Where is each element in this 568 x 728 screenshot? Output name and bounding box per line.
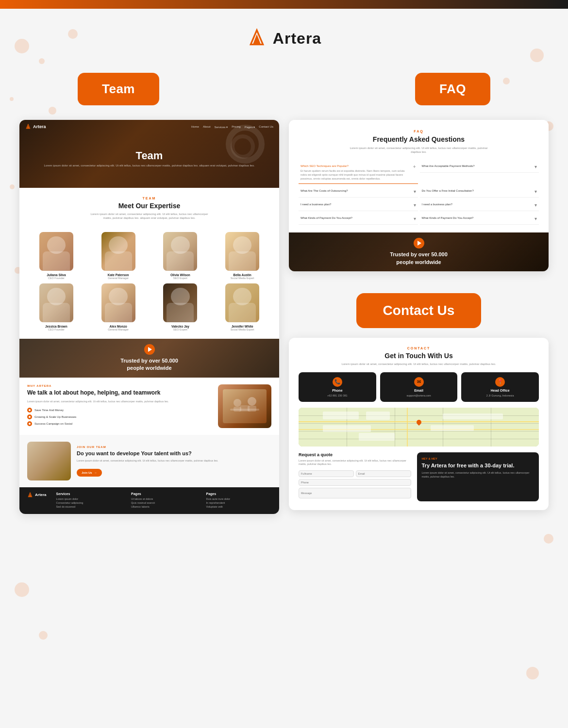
header: Artera xyxy=(0,9,568,63)
faq-toggle-5[interactable]: ▾ xyxy=(414,202,416,208)
nav-home[interactable]: Home xyxy=(191,125,199,129)
why-illustration xyxy=(223,389,267,423)
svg-point-9 xyxy=(248,397,256,406)
faq-toggle-4[interactable]: ▾ xyxy=(535,189,537,194)
faq-toggle-2[interactable]: ▾ xyxy=(535,164,537,169)
office-value: 2 JI Gunung, Indonesia xyxy=(486,394,514,397)
team-name-4: Bella Austin xyxy=(233,273,251,277)
avatar-2 xyxy=(101,232,135,271)
faq-item: What Are The Costs of Outsourcing? ▾ xyxy=(299,186,418,198)
team-role-4: Social Media Expert xyxy=(231,277,254,280)
faq-trusted-section: Trusted by over 50.000people worldwide xyxy=(289,232,549,271)
quote-right-label: HEY & HEY xyxy=(422,457,535,460)
faq-question: What Kinds of Payment Do You Accept? xyxy=(422,216,533,220)
footer-item: In reprehenderit xyxy=(206,501,271,504)
nav-services[interactable]: Services ▾ xyxy=(215,125,228,129)
why-dot xyxy=(27,408,32,413)
team-role-7: SEO Expert xyxy=(173,328,187,331)
trusted-text: Trusted by over 50.000people worldwide xyxy=(120,357,178,372)
quote-desc: Lorem ipsum dolor sit amet, consectetur … xyxy=(299,459,411,466)
why-list: Save Time And Money Growing & Scale Up B… xyxy=(27,408,212,426)
faq-toggle-6[interactable]: ▾ xyxy=(535,202,537,208)
quote-title: Request a quote xyxy=(299,452,411,457)
team-name-1: Juliana Silva xyxy=(47,273,66,277)
faq-question: Do You Offer a Free Initial Consultation… xyxy=(422,189,533,193)
why-item: Growing & Scale Up Businesses xyxy=(27,414,212,419)
play-button-right[interactable] xyxy=(414,238,424,248)
join-title: Do you want to develope Your talent with… xyxy=(77,450,271,457)
why-title: We talk a lot about hope, helping, and t… xyxy=(27,389,212,397)
why-item-text: Success Campaign on Social xyxy=(34,422,72,425)
footer-col-title: Pages xyxy=(131,492,196,496)
why-label: WHY ARTERA xyxy=(27,384,212,387)
team-hero-subtitle: Lorem ipsum dolor sit amet, consectetur … xyxy=(44,164,255,167)
why-item-text: Growing & Scale Up Businesses xyxy=(34,415,76,418)
faq-item: What Are Acceptable Payment Methods? ▾ xyxy=(420,161,539,184)
footer-item: Voluptate velit xyxy=(206,505,271,508)
faq-toggle-7[interactable]: ▾ xyxy=(414,216,416,221)
avatar-6 xyxy=(101,283,135,322)
footer-item: Consectetur adipiscing xyxy=(56,501,121,504)
two-column-layout: Artera Home About Services ▾ Pricing Pag… xyxy=(0,120,568,514)
faq-toggle-3[interactable]: ▾ xyxy=(414,189,416,194)
join-img-placeholder xyxy=(27,442,71,480)
meet-desc: Lorem ipsum dolor sit amet, consectetur … xyxy=(86,212,213,220)
team-role-3: SEO Expert xyxy=(173,277,187,280)
footer-col-pages: Pages Ut labore et dolore Quis nostrud e… xyxy=(131,492,196,509)
svg-rect-12 xyxy=(239,411,251,412)
join-button[interactable]: Join Us → xyxy=(77,469,102,477)
join-section: JOIN OUR TEAM Do you want to develope Yo… xyxy=(19,435,279,487)
team-role-8: Social Media Expert xyxy=(231,328,254,331)
faq-question: What Kinds of Payment Do You Accept? xyxy=(301,216,412,220)
team-footer: Artera Services Lorem ipsum dolor Consec… xyxy=(19,487,279,514)
faq-question: I need a business plan? xyxy=(422,202,533,206)
email-icon: ✉ xyxy=(414,377,424,387)
contact-title: Get in Touch With Us xyxy=(299,352,539,360)
why-desc: Lorem ipsum dolor sit amet, consectetur … xyxy=(27,399,212,403)
avatar-4 xyxy=(225,232,259,271)
footer-col-pages2: Pages Duis aute irure dolor In reprehend… xyxy=(206,492,271,509)
why-section: WHY ARTERA We talk a lot about hope, hel… xyxy=(19,378,279,435)
logo: Artera xyxy=(247,28,321,49)
faq-question: What Are The Costs of Outsourcing? xyxy=(301,189,412,193)
faq-toggle-8[interactable]: ▾ xyxy=(535,216,537,221)
why-item-text: Save Time And Money xyxy=(34,409,64,412)
team-name-2: Kate Paterson xyxy=(108,273,129,277)
faq-question: What Are Acceptable Payment Methods? xyxy=(422,164,533,168)
office-label: Head Office xyxy=(491,389,510,392)
team-hero: Artera Home About Services ▾ Pricing Pag… xyxy=(19,120,279,188)
faq-answer: Et harum quidem rerum facilis est et exp… xyxy=(301,169,411,181)
nav-about[interactable]: About xyxy=(203,125,211,129)
footer-item: Ullamco laboris xyxy=(131,505,196,508)
team-name-6: Alex Monzo xyxy=(110,325,127,328)
footer-item: Sed do eiusmod xyxy=(56,505,121,508)
avatar-5 xyxy=(39,283,73,322)
team-role-1: CEO Founder xyxy=(48,277,65,280)
team-pill-button[interactable]: Team xyxy=(78,73,159,105)
faq-question: Which SEO Techniques are Popular? xyxy=(301,164,411,168)
faq-pill-button[interactable]: FAQ xyxy=(415,73,490,105)
why-dot xyxy=(27,421,32,426)
play-button[interactable] xyxy=(144,344,155,355)
fullname-input[interactable] xyxy=(299,470,354,477)
team-role-6: General Manager xyxy=(108,328,129,331)
faq-toggle-1[interactable]: + xyxy=(413,164,416,169)
nav-contact[interactable]: Contact Us xyxy=(259,125,273,129)
team-trusted-section: Trusted by over 50.000people worldwide xyxy=(19,339,279,378)
footer-item: Ut labore et dolore xyxy=(131,497,196,500)
footer-item: Quis nostrud exercit xyxy=(131,501,196,504)
email-input[interactable] xyxy=(356,470,411,477)
left-column: Artera Home About Services ▾ Pricing Pag… xyxy=(19,120,279,514)
email-label: Email xyxy=(414,389,423,392)
join-label: JOIN OUR TEAM xyxy=(77,446,271,448)
faq-grid: Which SEO Techniques are Popular? Et har… xyxy=(299,161,539,225)
faq-item: What Kinds of Payment Do You Accept? ▾ xyxy=(299,213,418,225)
quote-right: HEY & HEY Try Artera for free with a 30-… xyxy=(417,452,539,501)
contact-us-button[interactable]: Contact Us xyxy=(356,293,482,328)
phone-input[interactable] xyxy=(299,479,411,486)
why-left: WHY ARTERA We talk a lot about hope, hel… xyxy=(27,384,212,426)
faq-title: Frequently Asked Questions xyxy=(299,135,539,143)
why-dot xyxy=(27,414,32,419)
email-value: support@artera.com xyxy=(406,394,431,397)
message-input[interactable] xyxy=(299,488,411,498)
